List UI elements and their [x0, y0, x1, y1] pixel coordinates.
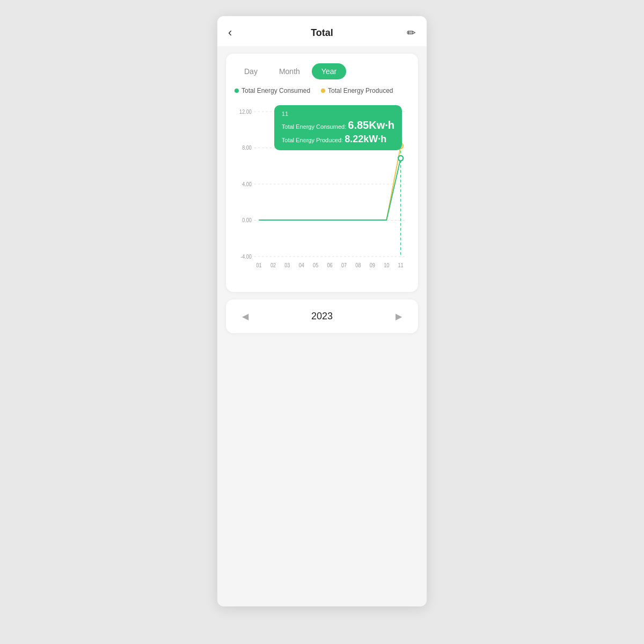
svg-text:04: 04	[299, 262, 305, 269]
edit-button[interactable]: ✏	[399, 26, 416, 39]
legend-produced-label: Total Energy Produced	[328, 87, 393, 94]
tooltip-produced-label: Total Energy Produced:	[282, 137, 343, 143]
next-year-button[interactable]: ▶	[390, 309, 407, 324]
svg-text:09: 09	[370, 262, 375, 269]
svg-text:-4.00: -4.00	[240, 254, 252, 260]
svg-text:0.00: 0.00	[242, 217, 252, 224]
tooltip-consumed: Total Energy Consumed: 6.85Kw·h	[282, 119, 394, 131]
year-nav: ◀ 2023 ▶	[226, 299, 418, 333]
chart-tooltip: 11 Total Energy Consumed: 6.85Kw·h Total…	[274, 105, 402, 150]
tab-month[interactable]: Month	[269, 63, 310, 79]
svg-text:8.00: 8.00	[242, 145, 252, 151]
prev-year-button[interactable]: ◀	[237, 309, 254, 324]
svg-text:05: 05	[313, 262, 318, 269]
svg-text:06: 06	[327, 262, 333, 269]
legend-consumed-dot	[235, 89, 239, 93]
svg-text:11: 11	[398, 262, 404, 269]
svg-text:12.00: 12.00	[239, 109, 252, 115]
legend: Total Energy Consumed Total Energy Produ…	[235, 87, 409, 94]
tooltip-month: 11	[282, 111, 394, 117]
legend-consumed-label: Total Energy Consumed	[241, 87, 310, 94]
svg-point-23	[398, 156, 403, 161]
phone-container: ‹ Total ✏ Day Month Year Total Energy Co…	[217, 16, 427, 606]
legend-produced-dot	[321, 89, 325, 93]
page-title: Total	[311, 27, 333, 39]
tooltip-produced: Total Energy Produced: 8.22kW·h	[282, 134, 394, 145]
svg-text:02: 02	[270, 262, 276, 269]
svg-text:01: 01	[256, 262, 261, 269]
tab-year[interactable]: Year	[312, 63, 346, 79]
svg-text:10: 10	[384, 262, 389, 269]
legend-consumed: Total Energy Consumed	[235, 87, 310, 94]
svg-text:08: 08	[355, 262, 361, 269]
current-year: 2023	[311, 311, 333, 322]
tab-day[interactable]: Day	[235, 63, 267, 79]
tooltip-produced-value: 8.22kW·h	[345, 134, 386, 144]
main-card: Day Month Year Total Energy Consumed Tot…	[226, 54, 418, 292]
legend-produced: Total Energy Produced	[321, 87, 393, 94]
header: ‹ Total ✏	[217, 16, 427, 46]
svg-text:07: 07	[341, 262, 347, 269]
tabs-container: Day Month Year	[235, 63, 409, 79]
back-button[interactable]: ‹	[228, 26, 245, 40]
tooltip-consumed-label: Total Energy Consumed:	[282, 123, 346, 130]
svg-text:03: 03	[284, 262, 290, 269]
chart-area: 12.00 8.00 4.00 0.00 -4.00 01 02 03 04 0…	[235, 101, 409, 283]
svg-text:4.00: 4.00	[242, 181, 252, 188]
tooltip-consumed-value: 6.85Kw·h	[348, 119, 394, 131]
